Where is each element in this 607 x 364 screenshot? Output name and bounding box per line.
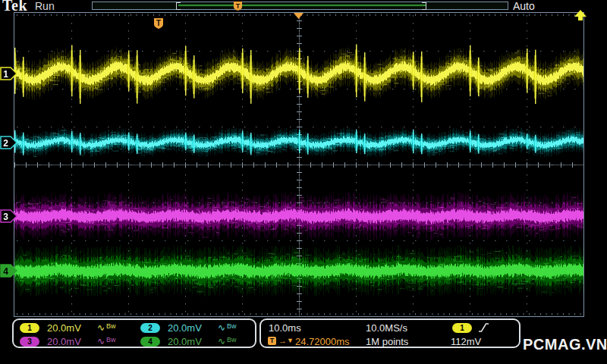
channel-3-scale: 20.0mV [47,337,81,347]
trigger-level[interactable]: 112mV [451,337,481,347]
trigger-position-t-icon[interactable]: T [153,17,165,31]
channel-2-marker[interactable]: 2 [0,135,18,150]
waveform-display [14,13,583,316]
channel-1-marker[interactable]: 1 [0,66,18,81]
trigger-source-badge[interactable]: 1 [452,323,472,333]
window-bracket-right-icon [422,2,426,10]
record-view-bar[interactable]: T [92,2,508,10]
svg-text:2: 2 [3,138,8,149]
channel-4-bandwidth-icon: Bw [227,337,237,344]
svg-text:4: 4 [3,266,8,277]
channel-2-badge: 2 [140,323,160,333]
channel-4-coupling-icon: ∿ [218,337,225,346]
channel-4-marker[interactable]: 4 [0,263,18,278]
channel-readout-panel: 1 20.0mV ∿ Bw 2 20.0mV ∿ Bw 3 20.0mV ∿ B… [12,318,256,348]
channel-1-scale: 20.0mV [47,323,81,333]
trigger-mode-label[interactable]: Auto [513,0,535,12]
graticule [14,12,584,317]
svg-text:1: 1 [3,69,8,80]
channel-4-badge: 4 [140,337,160,347]
channel-1-coupling-icon: ∿ [97,323,105,332]
horizontal-scale[interactable]: 10.0ms [269,323,301,333]
channel-3-badge: 3 [20,337,39,347]
offscreen-trigger-level-arrow-icon [574,10,587,22]
svg-text:3: 3 [3,212,8,222]
expansion-point-icon[interactable] [294,13,304,20]
svg-text:T: T [236,2,241,10]
window-bracket-left-icon [176,2,181,10]
delay-arrow-icon: → [278,337,287,345]
delay-trigger-t-icon: T [268,337,276,345]
rising-edge-icon [478,322,489,333]
channel-2-bandwidth-icon: Bw [227,323,237,330]
record-length: 1M points [366,337,408,347]
channel-2-coupling-icon: ∿ [218,323,225,332]
channel-3-coupling-icon: ∿ [97,337,105,346]
watermark: PCMAG.VN [523,336,607,353]
horizontal-trigger-readout-panel: 10.0ms 10.0MS/s 1 T → ▼ 24.72000ms 1M po… [259,318,521,348]
record-trigger-t-icon[interactable]: T [233,1,244,11]
delay-marker-icon: ▼ [287,337,294,345]
sample-rate: 10.0MS/s [366,323,407,333]
channel-3-marker[interactable]: 3 [0,209,18,224]
acquisition-status: Run [35,0,55,12]
channel-3-bandwidth-icon: Bw [106,337,116,344]
channel-2-scale: 20.0mV [168,323,202,333]
channel-4-scale: 20.0mV [168,337,202,347]
channel-1-badge: 1 [20,323,39,333]
svg-text:T: T [156,19,161,27]
oscilloscope-screen: Tek Run T Auto T 1 2 3 4 [0,0,607,364]
delay-time[interactable]: 24.72000ms [295,337,350,347]
record-window-line [178,5,426,6]
channel-1-bandwidth-icon: Bw [106,323,116,330]
